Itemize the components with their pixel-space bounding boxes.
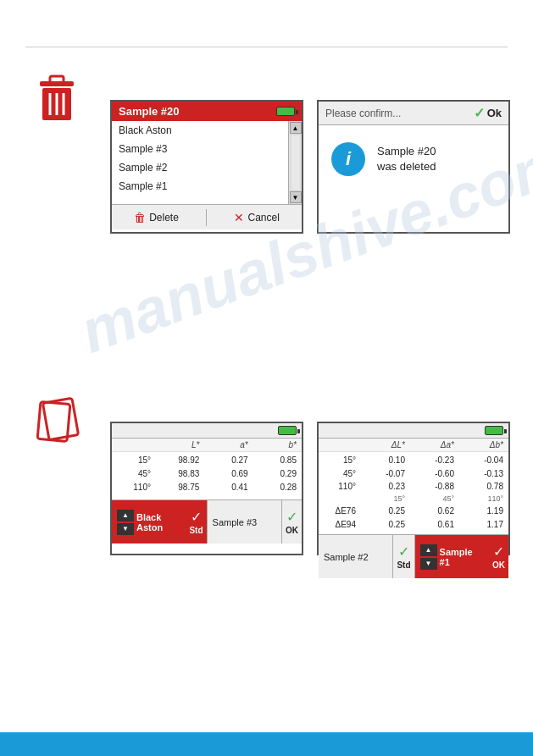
measure-right-header — [319, 423, 508, 439]
delta-l-header: ΔL* — [356, 440, 405, 450]
data-row: 110° 98.75 0.41 0.28 — [117, 481, 297, 494]
list-item[interactable]: Black Aston — [112, 121, 288, 140]
ok-label: Ok — [487, 107, 502, 119]
measure-right-panel: ΔL* Δa* Δb* 15° 0.10 -0.23 -0.04 45° -0.… — [317, 422, 510, 555]
arrow-down-right[interactable]: ▼ — [420, 558, 437, 570]
d-a: -0.88 — [405, 480, 454, 494]
confirm-panel: Please confirm... ✓ Ok i Sample #20was d… — [317, 100, 510, 234]
delete-button[interactable]: 🗑 Delete — [134, 211, 179, 224]
cancel-button[interactable]: ✕ Cancel — [234, 211, 279, 224]
delete-list-area: Black Aston Sample #3 Sample #2 Sample #… — [112, 121, 302, 204]
delta-b-header: Δb* — [454, 440, 503, 450]
delete-label: Delete — [149, 212, 179, 223]
std-label-right: Std — [397, 560, 410, 570]
a-cell: 0.27 — [199, 454, 247, 467]
cards-icon — [34, 396, 81, 443]
right-nav-normal-item[interactable]: Sample #2 — [319, 535, 392, 578]
delete-panel-footer: 🗑 Delete ✕ Cancel — [112, 204, 302, 229]
data-rows-left: 15° 98.92 0.27 0.85 45° 98.83 0.69 0.29 … — [112, 452, 302, 496]
angle-cell: 15° — [117, 454, 151, 467]
selected-nav-label: Black Aston — [136, 512, 180, 533]
right-selected-nav-label: Sample #1 — [440, 547, 484, 567]
delta-col-headers: ΔL* Δa* Δb* — [319, 439, 508, 452]
ok-label-right: OK — [492, 560, 505, 570]
d-b: 1.19 — [454, 505, 503, 518]
delete-list-column: Black Aston Sample #3 Sample #2 Sample #… — [112, 121, 288, 204]
delta-row: ΔE76 0.25 0.62 1.19 — [324, 505, 503, 518]
delta-a-header: Δa* — [405, 440, 454, 450]
right-nav-selected-item[interactable]: ▲ ▼ Sample #1 — [414, 535, 489, 578]
right-normal-nav-label: Sample #2 — [324, 552, 369, 562]
ok-badge-left: ✓ OK — [286, 509, 298, 535]
d-a: 0.61 — [405, 518, 454, 532]
l-cell: 98.92 — [151, 454, 199, 467]
delete-list-panel: Sample #20 Black Aston Sample #3 Sample … — [110, 100, 303, 234]
d-angle: ΔE94 — [324, 518, 356, 532]
arrow-up-button[interactable]: ▲ — [117, 510, 134, 521]
d-b: 1.17 — [454, 518, 503, 532]
ok-button[interactable]: ✓ Ok — [474, 105, 502, 121]
col-a: a* — [199, 440, 247, 450]
d-angle: ΔE76 — [324, 505, 356, 518]
delta-data-rows: 15° 0.10 -0.23 -0.04 45° -0.07 -0.60 -0.… — [319, 452, 508, 533]
nav-arrows-right[interactable]: ▲ ▼ — [420, 544, 437, 570]
d-angle: 45° — [324, 467, 356, 481]
nav-normal-item[interactable]: Sample #3 — [207, 500, 281, 544]
battery-indicator-right — [485, 426, 503, 435]
delta-row: 15° 0.10 -0.23 -0.04 — [324, 454, 503, 467]
delta-row: 110° 0.23 -0.88 0.78 — [324, 480, 503, 494]
confirm-body: i Sample #20was deleted — [319, 125, 508, 193]
scrollbar[interactable]: ▲ ▼ — [288, 121, 302, 204]
std-badge-right: ✓ Std — [397, 544, 410, 570]
battery-indicator — [276, 107, 295, 116]
top-divider — [25, 47, 508, 47]
l-cell: 98.83 — [151, 467, 199, 481]
std-label: Std — [189, 526, 203, 535]
normal-nav-label: Sample #3 — [213, 517, 258, 527]
delta-row: 45° -0.07 -0.60 -0.13 — [324, 467, 503, 481]
d-a: 0.62 — [405, 505, 454, 518]
list-item[interactable]: Sample #2 — [112, 158, 288, 177]
d-b: -0.13 — [454, 467, 503, 481]
delta-angle-header — [324, 440, 356, 450]
arrow-down-button[interactable]: ▼ — [117, 523, 134, 535]
l-cell: 98.75 — [151, 481, 199, 494]
data-row: 15° 98.92 0.27 0.85 — [117, 454, 297, 467]
scroll-down-button[interactable]: ▼ — [290, 191, 302, 203]
nav-arrows-left[interactable]: ▲ ▼ — [117, 510, 134, 535]
selected-item-label: Sample #20 — [119, 105, 180, 118]
b-cell: 0.28 — [248, 481, 297, 494]
col-b: b* — [248, 440, 297, 450]
ok-label: OK — [286, 526, 298, 535]
cancel-icon: ✕ — [234, 211, 244, 224]
battery-indicator-left — [278, 426, 297, 435]
arrow-up-right[interactable]: ▲ — [420, 544, 437, 556]
right-bottom-nav: Sample #2 ✓ Std ▲ ▼ Sample #1 ✓ OK — [319, 534, 508, 578]
list-item[interactable]: Sample #3 — [112, 140, 288, 158]
delta-row-extra: 15° 45° 110° — [324, 494, 503, 505]
left-bottom-nav: ▲ ▼ Black Aston ✓ Std Sample #3 ✓ OK — [112, 499, 302, 544]
confirm-header: Please confirm... ✓ Ok — [319, 102, 508, 125]
nav-selected-item[interactable]: ▲ ▼ Black Aston — [112, 500, 186, 544]
col-l: L* — [151, 440, 199, 450]
bottom-bar — [0, 732, 533, 756]
delete-list-header: Sample #20 — [112, 102, 302, 121]
svg-rect-1 — [50, 76, 64, 83]
a-cell: 0.41 — [199, 481, 247, 494]
data-row: 45° 98.83 0.69 0.29 — [117, 467, 297, 481]
d-angle: 110° — [324, 480, 356, 494]
angle-cell: 110° — [117, 481, 151, 494]
b-cell: 0.85 — [248, 454, 297, 467]
check-icon: ✓ — [474, 105, 485, 121]
std-ok-badge-left: ✓ Std — [189, 509, 203, 535]
confirm-title: Please confirm... — [325, 108, 401, 119]
delta-row: ΔE94 0.25 0.61 1.17 — [324, 518, 503, 532]
cancel-label: Cancel — [247, 212, 279, 223]
d-l: 0.25 — [356, 505, 405, 518]
d-b: 0.78 — [454, 480, 503, 494]
d-l: -0.07 — [356, 467, 405, 481]
d-l: 0.23 — [356, 480, 405, 494]
scroll-track — [291, 135, 300, 190]
scroll-up-button[interactable]: ▲ — [290, 122, 302, 134]
list-item[interactable]: Sample #1 — [112, 177, 288, 196]
